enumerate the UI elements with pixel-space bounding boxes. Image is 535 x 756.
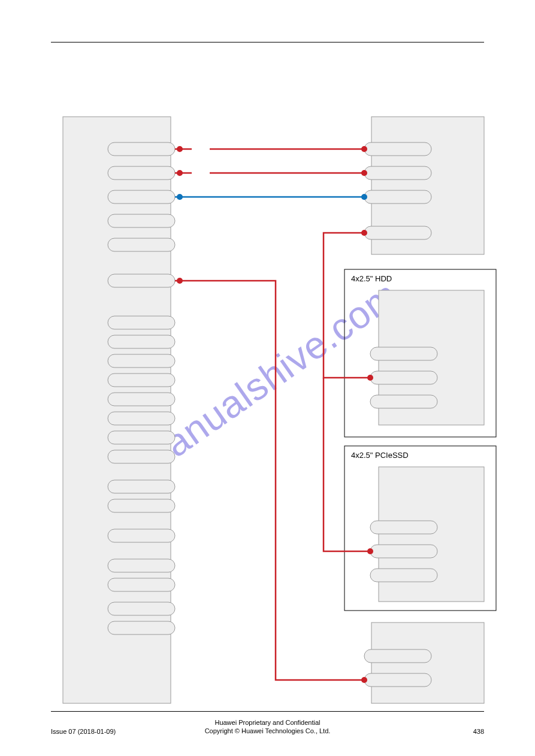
svg-rect-9: [108, 374, 175, 387]
page: Issue 07 (2018-01-09) Huawei Proprietary…: [0, 0, 535, 756]
group-pcie-label: 4x2.5" PCIeSSD: [351, 451, 409, 460]
svg-point-40: [361, 230, 367, 236]
svg-rect-22: [364, 166, 431, 180]
svg-rect-26: [370, 371, 437, 384]
svg-rect-13: [108, 450, 175, 463]
svg-point-36: [361, 170, 367, 176]
svg-rect-21: [364, 142, 431, 156]
svg-point-41: [367, 375, 373, 381]
svg-point-37: [177, 194, 183, 200]
svg-point-33: [177, 146, 183, 152]
svg-rect-27: [370, 395, 437, 408]
svg-point-38: [361, 194, 367, 200]
svg-rect-23: [364, 190, 431, 204]
svg-point-34: [361, 146, 367, 152]
svg-rect-20: [108, 621, 175, 634]
svg-rect-10: [108, 393, 175, 406]
svg-rect-25: [370, 347, 437, 360]
svg-rect-6: [108, 316, 175, 329]
svg-point-35: [177, 170, 183, 176]
svg-rect-17: [108, 559, 175, 572]
diagram: [0, 0, 535, 756]
svg-rect-15: [108, 499, 175, 512]
svg-rect-16: [108, 529, 175, 542]
svg-rect-12: [108, 431, 175, 444]
svg-rect-11: [108, 412, 175, 425]
svg-rect-28: [370, 521, 437, 534]
svg-rect-18: [108, 578, 175, 591]
svg-rect-1: [108, 166, 175, 180]
svg-rect-3: [108, 214, 175, 227]
svg-rect-14: [108, 480, 175, 493]
svg-rect-29: [370, 545, 437, 558]
svg-rect-0: [108, 142, 175, 156]
svg-rect-4: [108, 238, 175, 251]
svg-rect-2: [108, 190, 175, 204]
svg-rect-8: [108, 354, 175, 368]
svg-point-44: [361, 677, 367, 683]
svg-rect-19: [108, 602, 175, 615]
svg-rect-31: [364, 649, 431, 663]
svg-rect-32: [364, 673, 431, 687]
svg-rect-39: [192, 144, 210, 180]
svg-rect-5: [108, 274, 175, 287]
svg-rect-7: [108, 335, 175, 348]
svg-rect-30: [370, 569, 437, 582]
svg-rect-24: [364, 226, 431, 239]
group-hdd-label: 4x2.5" HDD: [351, 274, 392, 283]
svg-point-43: [177, 278, 183, 284]
svg-point-42: [367, 548, 373, 554]
